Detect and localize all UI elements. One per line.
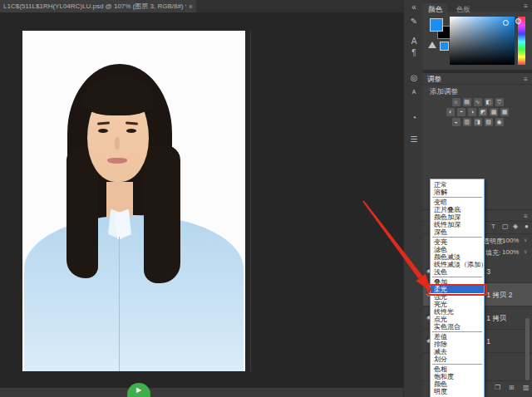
opacity-value[interactable]: 100% <box>502 237 519 244</box>
filter-type-layers-icon[interactable]: T <box>491 223 495 230</box>
layers-scrollbar[interactable] <box>525 318 530 380</box>
portrait-nose <box>115 137 120 149</box>
adj-levels-icon[interactable]: ▤ <box>463 98 471 106</box>
blend-mode-item[interactable]: 线性减淡（添加） <box>431 261 484 268</box>
blend-mode-item[interactable]: 线性加深 <box>431 221 484 228</box>
panel-menu-icon[interactable]: ≡ <box>524 76 528 83</box>
blend-mode-item[interactable]: 实色混合 <box>431 323 484 331</box>
blend-mode-menu: 正常溶解变暗正片叠底颜色加深线性加深深色变亮滤色颜色减淡线性减淡（添加）浅色叠加… <box>430 179 485 397</box>
menu-separator <box>432 331 482 332</box>
blend-mode-item[interactable]: 深色 <box>431 228 484 236</box>
filter-shape-layers-icon[interactable]: ▢ <box>502 223 509 230</box>
expand-panels-icon[interactable]: « <box>404 2 424 12</box>
web-color-swatch[interactable] <box>440 42 449 51</box>
blend-mode-item[interactable]: 正片叠底 <box>431 206 484 213</box>
adj-exposure-icon[interactable]: ◧ <box>485 98 493 106</box>
blend-mode-item[interactable]: 饱和度 <box>431 373 484 380</box>
adjustment-icons: ☼▤∿◧▽◐◓◑◩▩▦◒▥◨▧◉ <box>423 98 532 128</box>
blend-mode-item[interactable]: 线性光 <box>431 308 484 316</box>
tab-color[interactable]: 颜色 <box>423 3 447 15</box>
filter-toggle-icon[interactable]: ● <box>525 223 529 230</box>
filter-smart-objects-icon[interactable]: ◈ <box>513 223 518 230</box>
delete-layer-icon[interactable]: ▥ <box>523 384 530 391</box>
blend-mode-item[interactable]: 划分 <box>431 355 484 363</box>
adj-color-balance-icon[interactable]: ◓ <box>457 108 466 116</box>
panel-menu-icon[interactable]: ≡ <box>524 213 528 220</box>
close-tab-icon[interactable]: × <box>189 2 193 11</box>
blend-mode-item[interactable]: 排除 <box>431 341 484 348</box>
blend-mode-item[interactable]: 颜色减淡 <box>431 253 484 261</box>
portrait-eye <box>126 129 136 133</box>
portrait-mouth <box>107 158 127 164</box>
document-tab[interactable]: L1C$(511L$1RH(YL04RC)LU.psd @ 107% (图层 3… <box>0 0 196 12</box>
blend-mode-item[interactable]: 变暗 <box>431 198 484 206</box>
blend-mode-item[interactable]: 强光 <box>431 293 484 301</box>
new-group-icon[interactable]: ❒ <box>495 384 500 391</box>
adj-curves-icon[interactable]: ∿ <box>474 98 482 106</box>
canvas-edge-shadow <box>250 31 251 371</box>
blend-mode-item[interactable]: 颜色加深 <box>431 213 484 221</box>
fill-label: 填充: <box>485 248 500 257</box>
document-title: L1C$(511L$1RH(YL04RC)LU.psd @ 107% (图层 3… <box>3 2 186 11</box>
adj-photo-filter-icon[interactable]: ◩ <box>479 108 487 116</box>
blend-mode-item[interactable]: 色相 <box>431 365 484 373</box>
chevron-down-icon[interactable]: ∨ <box>524 248 527 254</box>
brush-settings-panel-icon[interactable]: ✎ <box>404 17 424 26</box>
portrait-collar <box>115 209 131 240</box>
adj-invert-icon[interactable]: ◒ <box>452 118 461 126</box>
timeline-panel-icon[interactable]: ◔ <box>404 113 424 122</box>
blend-mode-item[interactable]: 滤色 <box>431 246 484 253</box>
foreground-color-swatch[interactable] <box>430 18 443 32</box>
adj-channel-mixer-icon[interactable]: ▩ <box>490 108 498 116</box>
blend-mode-item[interactable]: 溶解 <box>431 189 484 196</box>
gamut-warning-icon[interactable] <box>428 42 436 48</box>
add-adjustment-label: 添加调整 <box>430 87 458 97</box>
blend-mode-item[interactable]: 正常 <box>431 181 484 189</box>
portrait-hair-strand <box>144 145 180 283</box>
hue-slider-marker[interactable] <box>515 18 521 24</box>
adj-gradient-map-icon[interactable]: ▧ <box>485 118 493 126</box>
canvas-area[interactable] <box>0 12 403 388</box>
blend-mode-item[interactable]: 亮光 <box>431 301 484 308</box>
adj-black-white-icon[interactable]: ◑ <box>468 108 476 116</box>
adj-hue-saturation-icon[interactable]: ◐ <box>446 108 455 116</box>
glyphs-panel-icon[interactable]: ᴬ <box>404 88 424 97</box>
color-field-marker[interactable] <box>503 20 509 26</box>
blend-mode-item[interactable]: 减去 <box>431 348 484 355</box>
adjustments-title: 调整 <box>427 75 441 85</box>
menu-separator <box>432 197 482 198</box>
adj-threshold-icon[interactable]: ◨ <box>474 118 482 126</box>
portrait-eye <box>98 129 108 133</box>
properties-panel-icon[interactable]: ☰ <box>404 135 424 144</box>
blend-mode-item[interactable]: 浅色 <box>431 268 484 276</box>
photoshop-window: L1C$(511L$1RH(YL04RC)LU.psd @ 107% (图层 3… <box>0 0 532 397</box>
panel-menu-icon[interactable]: ≡ <box>524 2 528 10</box>
adj-vibrance-icon[interactable]: ▽ <box>495 98 504 106</box>
adj-selective-color-icon[interactable]: ◉ <box>495 118 504 126</box>
new-layer-icon[interactable]: ⊞ <box>509 384 515 391</box>
menu-separator <box>432 237 482 238</box>
blend-mode-item[interactable]: 颜色 <box>431 380 484 388</box>
portrait-shirt <box>24 215 244 371</box>
paragraph-panel-icon[interactable]: ¶ <box>404 48 424 57</box>
blend-mode-item[interactable]: 明度 <box>431 388 484 395</box>
saturation-brightness-field[interactable] <box>450 17 515 65</box>
blend-mode-item[interactable]: 柔光 <box>431 286 484 293</box>
clone-source-panel-icon[interactable]: ◎ <box>404 73 424 82</box>
blend-mode-item[interactable]: 点光 <box>431 316 484 323</box>
menu-separator <box>432 277 482 277</box>
play-icon: ▶ <box>136 386 141 397</box>
adj-posterize-icon[interactable]: ▥ <box>463 118 471 126</box>
blend-mode-item[interactable]: 变亮 <box>431 238 484 246</box>
chevron-down-icon[interactable]: ∨ <box>524 237 527 243</box>
menu-separator <box>432 364 482 365</box>
adj-color-lookup-icon[interactable]: ▦ <box>500 108 509 116</box>
character-panel-icon[interactable]: A <box>404 37 424 46</box>
blend-mode-item[interactable]: 差值 <box>431 333 484 341</box>
adjustments-header: 调整 ≡ <box>423 73 532 85</box>
adj-brightness-contrast-icon[interactable]: ☼ <box>452 98 461 106</box>
tab-swatches[interactable]: 色板 <box>451 3 475 15</box>
document-tab-bar: L1C$(511L$1RH(YL04RC)LU.psd @ 107% (图层 3… <box>0 0 403 13</box>
blend-mode-item[interactable]: 叠加 <box>431 278 484 286</box>
fill-value[interactable]: 100% <box>502 248 519 256</box>
